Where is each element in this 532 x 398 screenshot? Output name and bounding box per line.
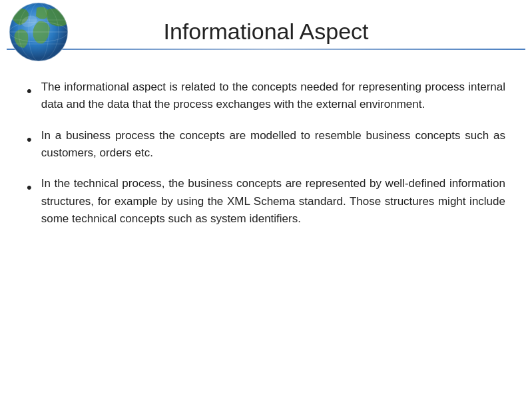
bullet-dot-3: •	[27, 176, 32, 198]
slide: Informational Aspect • The informational…	[0, 0, 532, 398]
bullet-item-3: • In the technical process, the business…	[27, 175, 505, 228]
bullet-text-1: The informational aspect is related to t…	[41, 79, 505, 114]
bullet-text-3: In the technical process, the business c…	[41, 175, 505, 228]
slide-title: Informational Aspect	[0, 12, 532, 45]
bullet-dot-1: •	[27, 80, 32, 102]
bullet-text-2: In a business process the concepts are m…	[41, 127, 505, 162]
content-area: • The informational aspect is related to…	[0, 67, 532, 398]
bullet-dot-2: •	[27, 128, 32, 150]
bullet-item-2: • In a business process the concepts are…	[27, 127, 505, 162]
bullet-item-1: • The informational aspect is related to…	[27, 79, 505, 114]
slide-header: Informational Aspect	[0, 0, 532, 67]
